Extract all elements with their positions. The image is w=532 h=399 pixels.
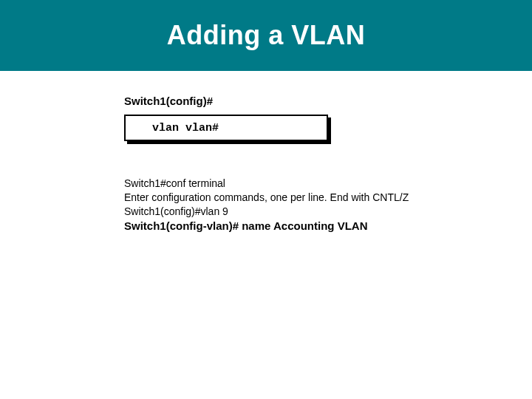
syntax-text: vlan vlan# [152,122,219,134]
transcript-line: Switch1#conf terminal [124,177,532,191]
slide-title: Adding a VLAN [167,20,365,51]
cli-transcript: Switch1#conf terminal Enter configuratio… [124,177,532,233]
content-area: Switch1(config)# vlan vlan# Switch1#conf… [0,71,532,233]
transcript-line: Enter configuration commands, one per li… [124,191,532,205]
transcript-prompt-bold: Switch1(config-vlan)# [124,219,239,232]
transcript-line: Switch1(config-vlan)# name Accounting VL… [124,219,532,233]
transcript-command-bold: name Accounting VLAN [239,219,367,232]
transcript-line: Switch1(config)#vlan 9 [124,205,532,219]
syntax-box-inner: vlan vlan# [124,115,328,141]
config-prompt: Switch1(config)# [124,95,532,107]
title-band: Adding a VLAN [0,0,532,71]
syntax-box: vlan vlan# [124,115,331,144]
